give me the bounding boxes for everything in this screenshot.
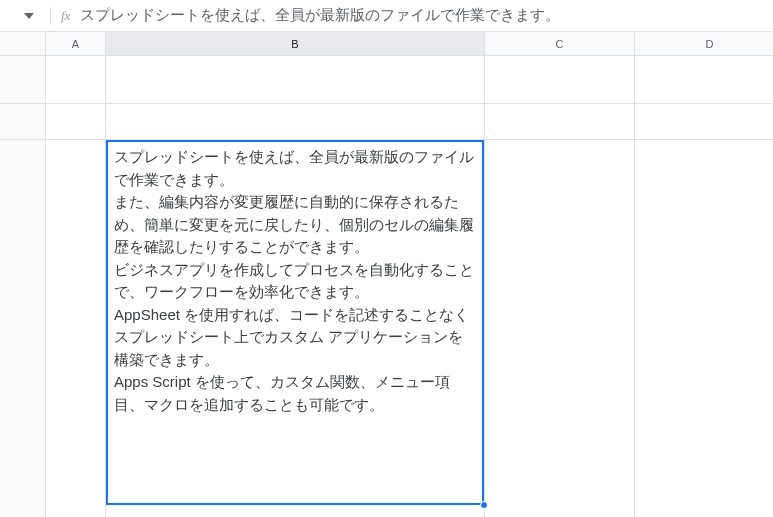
row-header[interactable] bbox=[0, 56, 46, 104]
cell[interactable] bbox=[46, 104, 106, 140]
col-header-A[interactable]: A bbox=[46, 32, 106, 56]
select-all-corner[interactable] bbox=[0, 32, 46, 56]
separator bbox=[50, 7, 51, 25]
cell[interactable] bbox=[106, 104, 485, 140]
col-header-B[interactable]: B bbox=[106, 32, 485, 56]
cell[interactable] bbox=[46, 56, 106, 104]
col-header-D[interactable]: D bbox=[635, 32, 773, 56]
cell[interactable] bbox=[635, 56, 773, 104]
selection-handle[interactable] bbox=[480, 501, 488, 509]
row-header[interactable] bbox=[0, 104, 46, 140]
cell[interactable] bbox=[635, 140, 773, 517]
row-header[interactable] bbox=[0, 140, 46, 517]
column-headers: A B C D bbox=[0, 32, 773, 56]
formula-bar-content[interactable]: スプレッドシートを使えば、全員が最新版のファイルで作業できます。 bbox=[80, 6, 560, 25]
active-cell-B[interactable]: スプレッドシートを使えば、全員が最新版のファイルで作業できます。 また、編集内容… bbox=[106, 140, 484, 505]
spreadsheet-grid: A B C D bbox=[0, 32, 773, 517]
cell[interactable] bbox=[485, 140, 635, 517]
cell[interactable] bbox=[635, 104, 773, 140]
fx-label: fx bbox=[61, 8, 70, 24]
name-box-dropdown[interactable] bbox=[18, 13, 40, 19]
cell[interactable] bbox=[485, 56, 635, 104]
formula-bar: fx スプレッドシートを使えば、全員が最新版のファイルで作業できます。 bbox=[0, 0, 773, 32]
cell[interactable] bbox=[46, 140, 106, 517]
cell[interactable] bbox=[106, 56, 485, 104]
col-header-C[interactable]: C bbox=[485, 32, 635, 56]
chevron-down-icon bbox=[24, 13, 34, 19]
cell[interactable] bbox=[485, 104, 635, 140]
